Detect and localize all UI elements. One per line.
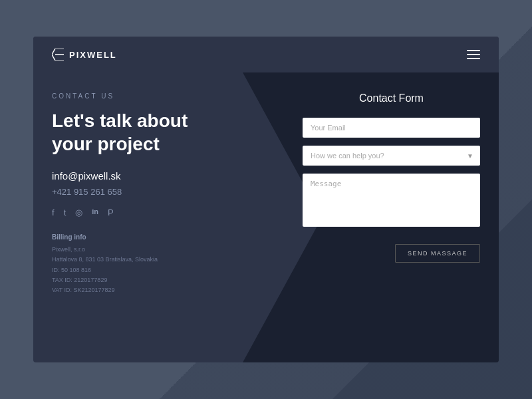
logo-icon — [52, 49, 64, 61]
billing-line-3: ID: 50 108 816 — [52, 265, 269, 275]
logo: PIXWELL — [52, 49, 117, 61]
billing-line-4: TAX ID: 2120177829 — [52, 275, 269, 285]
headline: Let's talk about your project — [52, 109, 269, 156]
header: PIXWELL — [33, 37, 499, 72]
svg-line-1 — [52, 55, 55, 61]
email-address: info@pixwell.sk — [52, 170, 269, 182]
twitter-icon[interactable]: t — [64, 207, 66, 217]
billing-line-2: Hattalova 8, 831 03 Bratislava, Slovakia — [52, 255, 269, 265]
billing-details: Pixwell, s.r.o Hattalova 8, 831 03 Brati… — [52, 245, 269, 295]
headline-line2: your project — [52, 134, 160, 154]
hamburger-line-2 — [467, 54, 480, 55]
message-textarea[interactable] — [303, 174, 480, 227]
service-select[interactable]: How we can help you? Web Design Developm… — [303, 146, 480, 166]
facebook-icon[interactable]: f — [52, 207, 55, 217]
main-content: CONTACT US Let's talk about your project… — [33, 72, 499, 362]
linkedin-icon[interactable]: in — [92, 207, 98, 217]
hamburger-line-1 — [467, 50, 480, 51]
email-field-group — [303, 118, 480, 138]
hamburger-menu[interactable] — [467, 50, 480, 59]
billing-line-5: VAT ID: SK2120177829 — [52, 285, 269, 295]
phone-number: +421 915 261 658 — [52, 187, 269, 197]
headline-line1: Let's talk about — [52, 110, 188, 131]
email-input[interactable] — [303, 118, 480, 138]
message-field-group — [303, 174, 480, 229]
svg-line-0 — [52, 49, 55, 55]
billing-title: Billing info — [52, 233, 269, 241]
form-title: Contact Form — [359, 92, 424, 104]
contact-us-label: CONTACT US — [52, 92, 269, 100]
hamburger-line-3 — [467, 58, 480, 59]
social-icons: f t ◎ in P — [52, 207, 269, 217]
billing-info: Billing info Pixwell, s.r.o Hattalova 8,… — [52, 233, 269, 295]
main-card: PIXWELL CONTACT US Let's talk about your… — [33, 37, 499, 362]
left-column: CONTACT US Let's talk about your project… — [33, 72, 289, 362]
instagram-icon[interactable]: ◎ — [75, 207, 82, 217]
billing-line-1: Pixwell, s.r.o — [52, 245, 269, 255]
service-field-group: How we can help you? Web Design Developm… — [303, 146, 480, 166]
send-button[interactable]: SEND MASSAGE — [395, 244, 480, 263]
pinterest-icon[interactable]: P — [108, 207, 114, 217]
right-column: Contact Form How we can help you? Web De… — [289, 72, 499, 362]
logo-text: PIXWELL — [69, 50, 117, 60]
